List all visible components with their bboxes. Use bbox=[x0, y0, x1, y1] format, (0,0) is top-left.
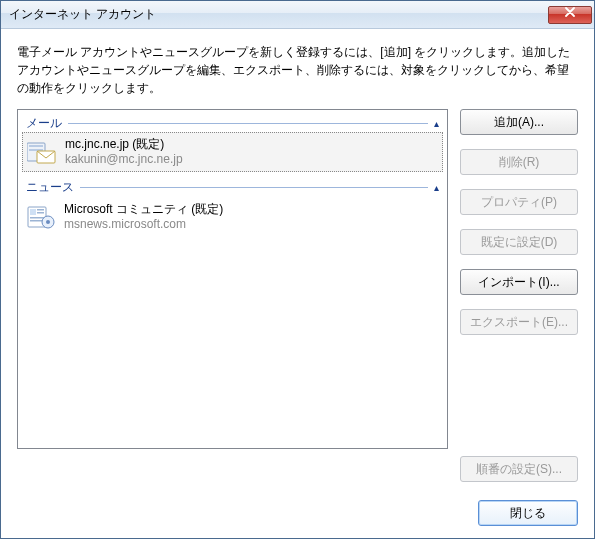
titlebar: インターネット アカウント bbox=[1, 1, 594, 29]
account-title: mc.jnc.ne.jp (既定) bbox=[65, 137, 183, 152]
close-icon[interactable] bbox=[548, 6, 592, 24]
dialog-window: インターネット アカウント 電子メール アカウントやニュースグループを新しく登録… bbox=[0, 0, 595, 539]
side-buttons: 追加(A)... 削除(R) プロパティ(P) 既定に設定(D) インポート(I… bbox=[460, 109, 578, 482]
list-item-news-account[interactable]: Microsoft コミュニティ (既定) msnews.microsoft.c… bbox=[22, 198, 443, 236]
item-text: Microsoft コミュニティ (既定) msnews.microsoft.c… bbox=[64, 202, 223, 232]
accounts-list: メール ▴ mc.jnc.n bbox=[17, 109, 448, 449]
svg-rect-7 bbox=[37, 212, 44, 214]
item-text: mc.jnc.ne.jp (既定) kakunin@mc.jnc.ne.jp bbox=[65, 137, 183, 167]
news-account-icon bbox=[26, 202, 56, 232]
close-button[interactable]: 閉じる bbox=[478, 500, 578, 526]
account-sub: kakunin@mc.jnc.ne.jp bbox=[65, 152, 183, 167]
properties-button: プロパティ(P) bbox=[460, 189, 578, 215]
footer: 閉じる bbox=[17, 482, 578, 526]
divider bbox=[80, 187, 428, 188]
add-button[interactable]: 追加(A)... bbox=[460, 109, 578, 135]
svg-rect-5 bbox=[30, 209, 36, 215]
set-order-button: 順番の設定(S)... bbox=[460, 456, 578, 482]
svg-rect-1 bbox=[29, 145, 43, 147]
remove-button: 削除(R) bbox=[460, 149, 578, 175]
set-default-button: 既定に設定(D) bbox=[460, 229, 578, 255]
window-title: インターネット アカウント bbox=[9, 6, 548, 23]
spacer bbox=[460, 349, 578, 442]
divider bbox=[68, 123, 428, 124]
dialog-body: 電子メール アカウントやニュースグループを新しく登録するには、[追加] をクリッ… bbox=[1, 29, 594, 538]
group-header-news[interactable]: ニュース ▴ bbox=[22, 178, 443, 196]
group-label: メール bbox=[26, 115, 62, 132]
account-title: Microsoft コミュニティ (既定) bbox=[64, 202, 223, 217]
main-row: メール ▴ mc.jnc.n bbox=[17, 109, 578, 482]
chevron-up-icon: ▴ bbox=[434, 118, 439, 129]
chevron-up-icon: ▴ bbox=[434, 182, 439, 193]
instructions-text: 電子メール アカウントやニュースグループを新しく登録するには、[追加] をクリッ… bbox=[17, 43, 578, 97]
group-label: ニュース bbox=[26, 179, 74, 196]
list-item-mail-account[interactable]: mc.jnc.ne.jp (既定) kakunin@mc.jnc.ne.jp bbox=[22, 132, 443, 172]
svg-point-11 bbox=[46, 220, 50, 224]
svg-rect-6 bbox=[37, 209, 44, 211]
group-header-mail[interactable]: メール ▴ bbox=[22, 114, 443, 132]
export-button: エクスポート(E)... bbox=[460, 309, 578, 335]
import-button[interactable]: インポート(I)... bbox=[460, 269, 578, 295]
svg-rect-8 bbox=[30, 217, 44, 219]
account-sub: msnews.microsoft.com bbox=[64, 217, 223, 232]
mail-account-icon bbox=[27, 137, 57, 167]
